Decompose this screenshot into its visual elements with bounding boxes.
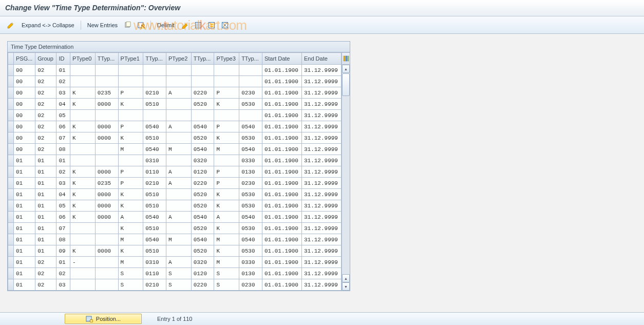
cell[interactable]: 0540 (143, 212, 166, 223)
cell[interactable]: 01 (35, 212, 56, 223)
cell[interactable]: 00 (14, 99, 35, 110)
cell[interactable]: K (70, 87, 96, 99)
cell[interactable]: 0000 (95, 121, 118, 132)
row-selector[interactable] (8, 65, 14, 76)
cell[interactable] (95, 155, 118, 166)
cell[interactable]: 0120 (191, 268, 214, 279)
toggle-edit-icon[interactable] (5, 20, 16, 30)
cell[interactable] (239, 65, 262, 76)
cell[interactable]: K (70, 121, 96, 132)
cell[interactable]: 0540 (143, 121, 166, 132)
cell[interactable]: 0530 (239, 223, 262, 234)
cell[interactable]: 02 (35, 279, 56, 291)
cell[interactable]: 0520 (191, 200, 214, 212)
cell[interactable]: 0235 (95, 87, 118, 99)
cell[interactable] (95, 110, 118, 121)
cell[interactable]: 00 (14, 65, 35, 76)
cell[interactable]: K (214, 245, 239, 257)
cell[interactable]: 0540 (191, 212, 214, 223)
deselect-all-icon[interactable] (220, 20, 230, 30)
cell[interactable] (95, 257, 118, 268)
cell[interactable]: A (166, 257, 192, 268)
cell[interactable] (214, 155, 239, 166)
cell[interactable]: 31.12.9999 (301, 65, 341, 76)
cell[interactable]: 01.01.1900 (262, 279, 301, 291)
table-row[interactable]: 010201-M0310A0320M033001.01.190031.12.99… (8, 257, 342, 268)
cell[interactable]: 08 (56, 234, 70, 245)
row-selector[interactable] (8, 132, 14, 144)
cell[interactable] (191, 65, 214, 76)
table-row[interactable]: 000207K0000K05100520K053001.01.190031.12… (8, 132, 342, 144)
cell[interactable]: 0310 (143, 155, 166, 166)
cell[interactable]: 31.12.9999 (301, 279, 341, 291)
cell[interactable]: 09 (56, 245, 70, 257)
cell[interactable]: 0520 (191, 245, 214, 257)
cell[interactable]: K (70, 132, 96, 144)
cell[interactable]: 0235 (95, 178, 118, 189)
cell[interactable]: 31.12.9999 (301, 189, 341, 200)
cell[interactable]: 07 (56, 223, 70, 234)
cell[interactable]: S (118, 279, 143, 291)
cell[interactable] (95, 76, 118, 87)
cell[interactable]: K (118, 245, 143, 257)
table-row[interactable]: 000203K0235P0210A0220P023001.01.190031.1… (8, 87, 342, 99)
cell[interactable]: 0530 (239, 132, 262, 144)
col-header[interactable]: PSG... (14, 53, 35, 65)
cell[interactable]: 31.12.9999 (301, 212, 341, 223)
cell[interactable]: 01 (35, 189, 56, 200)
row-selector[interactable] (8, 121, 14, 132)
cell[interactable]: A (166, 166, 192, 178)
cell[interactable]: 0530 (239, 189, 262, 200)
table-row[interactable]: 00020501.01.190031.12.9999 (8, 110, 342, 121)
cell[interactable] (166, 110, 192, 121)
cell[interactable]: A (118, 212, 143, 223)
cell[interactable]: 0540 (143, 144, 166, 155)
col-header[interactable]: TTyp... (95, 53, 118, 65)
cell[interactable] (214, 76, 239, 87)
cell[interactable]: 0510 (143, 132, 166, 144)
cell[interactable] (143, 76, 166, 87)
cell[interactable]: K (70, 166, 96, 178)
table-row[interactable]: 010102K0000P0110A0120P013001.01.190031.1… (8, 166, 342, 178)
cell[interactable]: 0210 (143, 87, 166, 99)
cell[interactable]: A (166, 212, 192, 223)
cell[interactable]: 01 (35, 245, 56, 257)
cell[interactable]: 0540 (191, 121, 214, 132)
cell[interactable]: 02 (56, 268, 70, 279)
cell[interactable]: K (214, 132, 239, 144)
table-row[interactable]: 00020201.01.190031.12.9999 (8, 76, 342, 87)
cell[interactable]: 01 (14, 155, 35, 166)
table-row[interactable]: 010106K0000A0540A0540A054001.01.190031.1… (8, 212, 342, 223)
cell[interactable]: 02 (35, 110, 56, 121)
cell[interactable]: 31.12.9999 (301, 155, 341, 166)
cell[interactable]: 31.12.9999 (301, 257, 341, 268)
cell[interactable]: S (166, 268, 192, 279)
cell[interactable]: 0530 (239, 99, 262, 110)
cell[interactable]: 31.12.9999 (301, 87, 341, 99)
cell[interactable]: 0210 (143, 178, 166, 189)
col-header[interactable]: ID (56, 53, 70, 65)
undo-change-icon[interactable] (180, 20, 190, 30)
cell[interactable]: 01 (35, 178, 56, 189)
cell[interactable]: S (214, 268, 239, 279)
cell[interactable]: M (214, 234, 239, 245)
cell[interactable]: 0110 (143, 166, 166, 178)
cell[interactable]: 0130 (239, 268, 262, 279)
cell[interactable]: K (70, 178, 96, 189)
cell[interactable]: 05 (56, 200, 70, 212)
cell[interactable]: 01.01.1900 (262, 178, 301, 189)
cell[interactable]: 0540 (143, 234, 166, 245)
cell[interactable]: 0540 (191, 234, 214, 245)
cell[interactable]: 02 (35, 257, 56, 268)
cell[interactable]: 0330 (239, 155, 262, 166)
cell[interactable]: M (214, 257, 239, 268)
cell[interactable]: 00 (14, 144, 35, 155)
cell[interactable]: K (214, 223, 239, 234)
cell[interactable]: 0000 (95, 200, 118, 212)
cell[interactable]: 0530 (239, 245, 262, 257)
cell[interactable]: 08 (56, 144, 70, 155)
cell[interactable] (70, 234, 96, 245)
cell[interactable]: P (118, 178, 143, 189)
cell[interactable]: K (214, 189, 239, 200)
cell[interactable]: M (166, 144, 192, 155)
